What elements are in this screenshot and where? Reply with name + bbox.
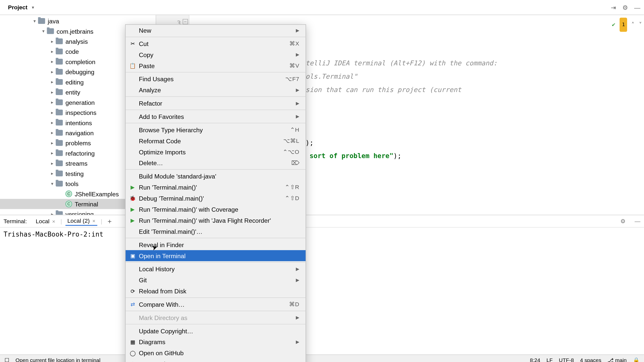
menu-compare-with[interactable]: ⇄Compare With…⌘D xyxy=(126,299,306,310)
chevron-right-icon[interactable]: ▸ xyxy=(50,151,55,156)
tree-label[interactable]: code xyxy=(65,48,79,55)
folder-icon xyxy=(56,181,63,187)
chevron-right-icon[interactable]: ▸ xyxy=(50,89,55,95)
chevron-right-icon[interactable]: ▸ xyxy=(50,120,55,125)
status-bar: ☐ Open current file location in terminal… xyxy=(0,354,644,362)
folder-icon xyxy=(56,38,63,44)
folder-icon xyxy=(47,28,54,34)
menu-local-history[interactable]: Local History▶ xyxy=(126,263,306,275)
folder-icon xyxy=(56,89,63,95)
tree-label[interactable]: tools xyxy=(65,180,78,187)
chevron-down-icon[interactable]: ▾ xyxy=(32,18,37,24)
fold-icon[interactable]: – xyxy=(183,19,188,24)
tree-label[interactable]: JShellExamples xyxy=(75,190,119,197)
menu-update-copyright[interactable]: Update Copyright… xyxy=(126,325,306,336)
gear-icon[interactable]: ⚙ xyxy=(622,4,628,11)
menu-find-usages[interactable]: Find Usages⌥F7 xyxy=(126,73,306,84)
chevron-right-icon[interactable]: ▸ xyxy=(50,100,55,105)
chevron-down-icon[interactable]: ˅ xyxy=(639,18,642,31)
tree-label[interactable]: intentions xyxy=(65,119,92,126)
menu-optimize-imports[interactable]: Optimize Imports⌃⌥O xyxy=(126,146,306,157)
git-branch[interactable]: ⎇ main xyxy=(608,357,627,362)
tree-label[interactable]: com.jetbrains xyxy=(57,28,93,35)
tree-label[interactable]: entity xyxy=(65,88,80,96)
project-view-selector[interactable]: Project xyxy=(4,2,38,12)
menu-edit-config[interactable]: Edit 'Terminal.main()'… xyxy=(126,226,306,237)
chevron-down-icon[interactable]: ▾ xyxy=(50,181,55,186)
gear-icon[interactable]: ⚙ xyxy=(620,218,626,224)
chevron-right-icon[interactable]: ▸ xyxy=(50,140,55,146)
menu-run-coverage[interactable]: ▶Run 'Terminal.main()' with Coverage xyxy=(126,204,306,215)
menu-cut[interactable]: ✂Cut⌘X xyxy=(126,38,306,49)
chevron-up-icon[interactable]: ˄ xyxy=(631,18,634,31)
terminal-tab[interactable]: Local (2)× xyxy=(66,216,97,226)
caret-position[interactable]: 8:24 xyxy=(530,357,540,362)
folder-icon xyxy=(56,130,63,136)
folder-icon xyxy=(56,69,63,75)
tree-label[interactable]: java xyxy=(48,17,59,24)
reload-icon: ⟳ xyxy=(129,288,136,295)
tree-label[interactable]: completion xyxy=(65,58,95,65)
class-icon: C xyxy=(65,191,72,197)
menu-delete[interactable]: Delete…⌦ xyxy=(126,157,306,168)
minimize-icon[interactable]: — xyxy=(635,218,640,224)
menu-new[interactable]: New▶ xyxy=(126,25,306,36)
lock-icon[interactable]: 🔒 xyxy=(633,357,639,362)
warning-badge[interactable]: 1 xyxy=(620,18,627,32)
tree-label[interactable]: problems xyxy=(65,140,91,147)
tree-label[interactable]: Terminal xyxy=(75,200,98,207)
menu-open-github[interactable]: ◯Open on GitHub xyxy=(126,347,306,358)
tree-label[interactable]: navigation xyxy=(65,129,94,136)
chevron-right-icon[interactable]: ▸ xyxy=(50,110,55,115)
chevron-down-icon[interactable]: ▾ xyxy=(41,28,46,34)
menu-reformat[interactable]: Reformat Code⌥⌘L xyxy=(126,135,306,146)
tree-label[interactable]: refactoring xyxy=(65,150,95,157)
todo-icon[interactable]: ☐ xyxy=(5,357,9,362)
menu-diagrams[interactable]: ▦Diagrams▶ xyxy=(126,336,306,347)
tree-label[interactable]: inspections xyxy=(65,109,96,116)
menu-copy[interactable]: Copy▶ xyxy=(126,49,306,60)
tree-label[interactable]: generation xyxy=(65,99,95,106)
menu-browse-hierarchy[interactable]: Browse Type Hierarchy⌃H xyxy=(126,124,306,135)
add-terminal-button[interactable]: + xyxy=(108,217,112,225)
menu-run-jfr[interactable]: ▶Run 'Terminal.main()' with 'Java Flight… xyxy=(126,215,306,226)
indent-settings[interactable]: 4 spaces xyxy=(580,357,601,362)
menu-git[interactable]: Git▶ xyxy=(126,275,306,286)
file-encoding[interactable]: UTF-8 xyxy=(559,357,574,362)
chevron-right-icon[interactable]: ▸ xyxy=(50,161,55,166)
folder-icon xyxy=(56,171,63,176)
line-separator[interactable]: LF xyxy=(546,357,553,362)
menu-analyze[interactable]: Analyze▶ xyxy=(126,84,306,96)
minimize-icon[interactable]: — xyxy=(634,4,640,11)
chevron-right-icon[interactable]: ▸ xyxy=(50,171,55,176)
menu-paste[interactable]: 📋Paste⌘V xyxy=(126,60,306,71)
chevron-right-icon[interactable]: ▸ xyxy=(50,69,55,74)
close-icon[interactable]: × xyxy=(52,218,55,224)
close-icon[interactable]: × xyxy=(92,218,95,224)
chevron-right-icon: ▶ xyxy=(296,114,299,119)
tree-label[interactable]: analysis xyxy=(65,38,88,45)
inspection-ok-icon[interactable]: ✔ xyxy=(612,18,615,31)
collapse-icon[interactable]: ⇥ xyxy=(611,4,616,11)
folder-icon xyxy=(56,79,63,85)
tree-label[interactable]: editing xyxy=(65,78,84,85)
menu-build-module[interactable]: Build Module 'standard-java' xyxy=(126,171,306,182)
chevron-right-icon[interactable]: ▸ xyxy=(50,130,55,135)
chevron-right-icon[interactable]: ▸ xyxy=(50,79,55,85)
tree-label[interactable]: testing xyxy=(65,170,84,177)
diagram-icon: ▦ xyxy=(129,338,136,345)
menu-run[interactable]: ▶Run 'Terminal.main()'⌃⇧R xyxy=(126,182,306,193)
terminal-tab[interactable]: Local× xyxy=(34,217,57,225)
menu-debug[interactable]: 🐞Debug 'Terminal.main()'⌃⇧D xyxy=(126,193,306,204)
menu-create-gist[interactable]: ◯Create Gist… xyxy=(126,358,306,362)
terminal-output[interactable]: Trishas-MacBook-Pro-2:int xyxy=(0,228,644,241)
chevron-right-icon[interactable]: ▸ xyxy=(50,49,55,54)
menu-add-favorites[interactable]: Add to Favorites▶ xyxy=(126,111,306,122)
menu-open-in-terminal[interactable]: ▣Open in Terminal xyxy=(126,250,306,261)
tree-label[interactable]: streams xyxy=(65,160,88,167)
tree-label[interactable]: debugging xyxy=(65,68,94,75)
menu-refactor[interactable]: Refactor▶ xyxy=(126,98,306,109)
chevron-right-icon[interactable]: ▸ xyxy=(50,39,55,44)
menu-reload-disk[interactable]: ⟳Reload from Disk xyxy=(126,286,306,297)
chevron-right-icon[interactable]: ▸ xyxy=(50,59,55,64)
